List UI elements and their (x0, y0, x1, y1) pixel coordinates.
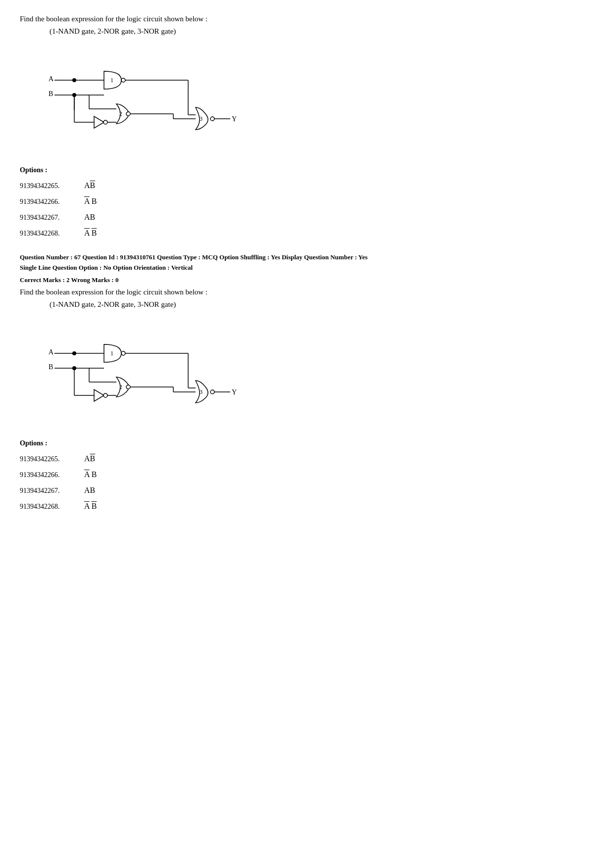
option-row-2-3: 91394342267. AB (20, 486, 594, 495)
option-id-1-4: 91394342268. (20, 230, 84, 238)
option-id-2-2: 91394342266. (20, 471, 84, 479)
nor-bubble-3b (210, 390, 214, 394)
option-id-2-4: 91394342268. (20, 503, 84, 511)
option-text-2-4: A B (84, 502, 97, 511)
gate-label-2b: 2 (119, 384, 122, 390)
label-a-1: A (49, 75, 54, 83)
option-row-1-2: 91394342266. A B (20, 197, 594, 206)
nor-bubble-2b (126, 385, 130, 389)
meta-line1: Question Number : 67 Question Id : 91394… (20, 252, 594, 263)
label-b-2: B (49, 363, 53, 371)
gate-label-3b: 3 (200, 388, 203, 395)
label-y-2: Y (232, 388, 237, 396)
gate-label-1b: 1 (110, 350, 113, 357)
junction-a-2 (72, 351, 76, 355)
option-row-1-3: 91394342267. AB (20, 213, 594, 222)
junction-a-1 (72, 78, 76, 82)
circuit-diagram-2: A B 1 2 3 (40, 319, 248, 430)
option-text-2-1: AB (84, 454, 95, 463)
option-text-2-3: AB (84, 486, 95, 495)
question-text-1: Find the boolean expression for the logi… (20, 15, 594, 23)
not-gate-1 (94, 116, 104, 128)
options-label-2: Options : (20, 439, 594, 447)
marks-line: Correct Marks : 2 Wrong Marks : 0 (20, 276, 594, 284)
option-text-1-1: AB (84, 181, 95, 190)
option-text-1-2: A B (84, 197, 97, 206)
label-b-1: B (49, 90, 53, 97)
gate-label-2: 2 (119, 110, 122, 117)
circuit-diagram-1: A B 1 (40, 46, 248, 156)
nor-bubble-2 (126, 112, 130, 116)
nand-bubble-1 (121, 78, 125, 82)
option-row-2-2: 91394342266. A B (20, 470, 594, 479)
nand-bubble-2 (121, 351, 125, 355)
options-label-1: Options : (20, 166, 594, 174)
option-id-1-2: 91394342266. (20, 198, 84, 206)
option-text-1-3: AB (84, 213, 95, 222)
label-y-1: Y (232, 115, 237, 123)
option-id-2-3: 91394342267. (20, 487, 84, 495)
option-id-1-3: 91394342267. (20, 214, 84, 222)
option-id-1-1: 91394342265. (20, 182, 84, 190)
option-text-1-4: A B (84, 229, 97, 238)
question-subtitle-2: (1-NAND gate, 2-NOR gate, 3-NOR gate) (50, 300, 594, 309)
question-block-2: Find the boolean expression for the logi… (20, 288, 594, 511)
option-id-2-1: 91394342265. (20, 455, 84, 463)
gate-label-3: 3 (200, 115, 203, 122)
not-gate-2 (94, 389, 104, 401)
question-subtitle-1: (1-NAND gate, 2-NOR gate, 3-NOR gate) (50, 27, 594, 36)
option-row-1-1: 91394342265. AB (20, 181, 594, 190)
option-row-2-4: 91394342268. A B (20, 502, 594, 511)
not-bubble-2 (103, 393, 107, 397)
label-a-2: A (49, 348, 54, 356)
meta-line2: Single Line Question Option : No Option … (20, 263, 594, 273)
option-text-2-2: A B (84, 470, 97, 479)
option-row-1-4: 91394342268. A B (20, 229, 594, 238)
option-row-2-1: 91394342265. AB (20, 454, 594, 463)
question-text-2: Find the boolean expression for the logi… (20, 288, 594, 296)
gate-label-1: 1 (110, 77, 113, 84)
meta-block: Question Number : 67 Question Id : 91394… (20, 252, 594, 273)
not-bubble-1 (103, 120, 107, 124)
nor-bubble-3 (210, 117, 214, 121)
question-block-1: Find the boolean expression for the logi… (20, 15, 594, 238)
